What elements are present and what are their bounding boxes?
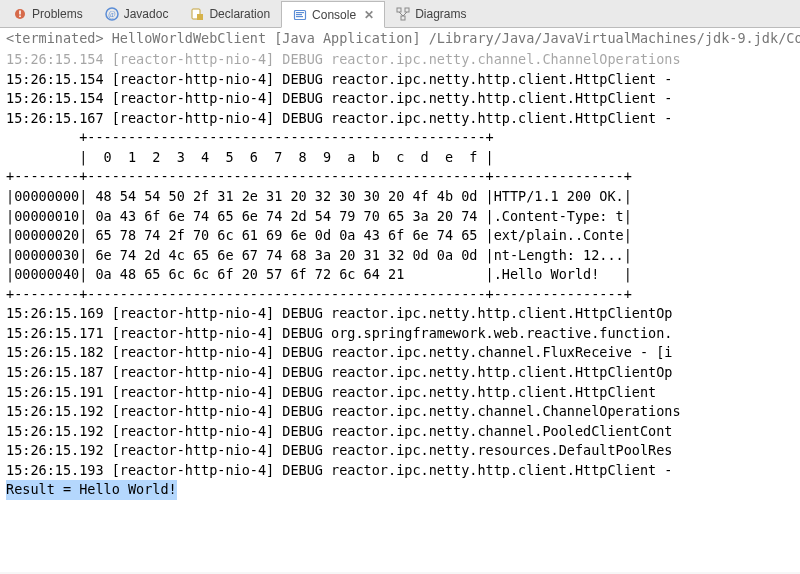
svg-rect-1: [19, 10, 21, 14]
javadoc-icon: @: [104, 6, 120, 22]
declaration-icon: [189, 6, 205, 22]
svg-rect-2: [19, 15, 21, 17]
log-line: 15:26:15.154 [reactor-http-nio-4] DEBUG …: [6, 51, 681, 67]
console-status: <terminated> HelloWorldWebClient [Java A…: [0, 28, 800, 48]
tab-label: Javadoc: [124, 7, 169, 21]
view-tab-bar: Problems @ Javadoc Declaration Console ✕…: [0, 0, 800, 28]
tab-diagrams[interactable]: Diagrams: [385, 0, 477, 27]
close-icon[interactable]: ✕: [364, 8, 374, 22]
svg-text:@: @: [108, 10, 115, 19]
svg-rect-12: [405, 8, 409, 12]
tab-label: Console: [312, 8, 356, 22]
result-line: Result = Hello World!: [6, 480, 177, 500]
console-icon: [292, 7, 308, 23]
tab-console[interactable]: Console ✕: [281, 1, 385, 28]
log-lines-block: 15:26:15.154 [reactor-http-nio-4] DEBUG …: [6, 71, 681, 478]
tab-label: Problems: [32, 7, 83, 21]
svg-rect-11: [397, 8, 401, 12]
tab-javadoc[interactable]: @ Javadoc: [94, 0, 180, 27]
svg-rect-8: [296, 12, 304, 13]
console-output[interactable]: 15:26:15.154 [reactor-http-nio-4] DEBUG …: [0, 48, 800, 572]
svg-line-15: [403, 12, 407, 16]
svg-rect-6: [197, 14, 203, 20]
diagrams-icon: [395, 6, 411, 22]
svg-line-14: [399, 12, 403, 16]
tab-label: Declaration: [209, 7, 270, 21]
svg-rect-9: [296, 14, 302, 15]
svg-rect-13: [401, 16, 405, 20]
tab-problems[interactable]: Problems: [2, 0, 94, 27]
problems-icon: [12, 6, 28, 22]
tab-declaration[interactable]: Declaration: [179, 0, 281, 27]
svg-rect-10: [296, 16, 303, 17]
tab-label: Diagrams: [415, 7, 466, 21]
